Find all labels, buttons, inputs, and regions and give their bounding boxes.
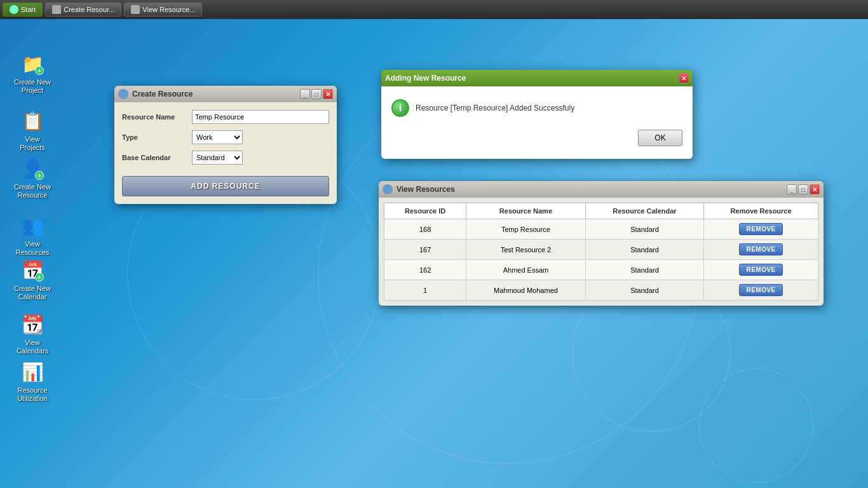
base-calendar-label: Base Calendar — [122, 154, 192, 161]
adding-resource-controls: ✕ — [679, 73, 689, 83]
cell-resource-name: Ahmed Essam — [466, 260, 586, 280]
dialog-message: Resource [Temp Resource] Added Successfu… — [416, 104, 574, 112]
cell-resource-calendar: Standard — [585, 280, 704, 301]
dialog-info-icon: i — [391, 99, 409, 117]
taskbar-view-resource-icon — [131, 5, 140, 14]
view-resources-maximize[interactable]: □ — [798, 184, 808, 194]
taskbar-create-resource-icon — [52, 5, 61, 14]
view-resources-body: Resource ID Resource Name Resource Calen… — [379, 198, 824, 306]
resource-name-row: Resource Name — [122, 110, 329, 124]
remove-button[interactable]: REMOVE — [739, 264, 782, 276]
table-row: 167 Test Resource 2 Standard REMOVE — [384, 240, 818, 260]
cell-resource-name: Mahmoud Mohamed — [466, 280, 586, 301]
cell-resource-id: 168 — [384, 219, 466, 240]
desktop-icon-resource-utilization[interactable]: 📊 ResourceUtilization — [10, 359, 55, 403]
col-resource-calendar: Resource Calendar — [585, 203, 704, 219]
type-select[interactable]: Work Material Cost — [192, 130, 243, 144]
adding-resource-titlebar: Adding New Resource ✕ — [381, 70, 693, 86]
cell-resource-calendar: Standard — [585, 260, 704, 280]
create-new-resource-label: Create NewResource — [13, 182, 52, 200]
base-calendar-row: Base Calendar Standard Night Shift 24 Ho… — [122, 151, 329, 165]
table-row: 162 Ahmed Essam Standard REMOVE — [384, 260, 818, 280]
cell-remove: REMOVE — [704, 240, 818, 260]
view-resources-close[interactable]: ✕ — [810, 184, 820, 194]
create-new-project-label: Create NewProject — [13, 78, 52, 95]
start-label: Start — [21, 6, 36, 13]
add-resource-button[interactable]: ADD RESOURCE — [122, 176, 329, 196]
create-resource-window: Create Resource _ □ ✕ Resource Name Type… — [114, 86, 337, 204]
create-new-project-icon: 📁 + — [20, 51, 45, 76]
start-icon — [10, 5, 18, 14]
taskbar-view-resource[interactable]: View Resource... — [124, 3, 202, 17]
create-resource-controls: _ □ ✕ — [300, 89, 333, 99]
cell-resource-calendar: Standard — [585, 219, 704, 240]
view-resources-window: View Resources _ □ ✕ Resource ID Resourc… — [379, 181, 824, 306]
desktop-icon-view-resources[interactable]: 👥 ViewResources — [10, 213, 55, 257]
cell-resource-calendar: Standard — [585, 240, 704, 260]
desktop-icon-view-projects[interactable]: 📋 View Projects — [10, 108, 55, 152]
view-resources-window-icon — [383, 184, 393, 194]
view-projects-icon: 📋 — [20, 108, 45, 133]
table-row: 1 Mahmoud Mohamed Standard REMOVE — [384, 280, 818, 301]
type-row: Type Work Material Cost — [122, 130, 329, 144]
remove-button[interactable]: REMOVE — [739, 223, 782, 235]
ok-button[interactable]: OK — [638, 130, 682, 146]
adding-new-resource-dialog: Adding New Resource ✕ i Resource [Temp R… — [381, 70, 693, 159]
cell-resource-id: 1 — [384, 280, 466, 301]
base-calendar-select[interactable]: Standard Night Shift 24 Hours — [192, 151, 243, 165]
create-resource-titlebar: Create Resource _ □ ✕ — [114, 86, 337, 102]
resource-utilization-label: ResourceUtilization — [16, 386, 49, 403]
cell-remove: REMOVE — [704, 219, 818, 240]
remove-button[interactable]: REMOVE — [739, 243, 782, 255]
adding-resource-body: i Resource [Temp Resource] Added Success… — [381, 86, 693, 159]
create-project-badge: + — [35, 66, 44, 75]
col-resource-id: Resource ID — [384, 203, 466, 219]
create-resource-badge: + — [35, 171, 44, 180]
type-label: Type — [122, 133, 192, 141]
col-remove-resource: Remove Resource — [704, 203, 818, 219]
bg-decoration-4 — [699, 369, 813, 483]
create-resource-close[interactable]: ✕ — [323, 89, 333, 99]
cell-resource-name: Test Resource 2 — [466, 240, 586, 260]
view-calendars-icon: 📆 — [20, 311, 45, 337]
adding-resource-close[interactable]: ✕ — [679, 73, 689, 83]
view-calendars-label: View Calendars — [10, 338, 55, 356]
create-calendar-badge: + — [35, 273, 44, 281]
resource-utilization-icon: 📊 — [20, 359, 45, 384]
resource-name-label: Resource Name — [122, 113, 192, 121]
create-new-resource-icon: 👤 + — [20, 156, 45, 181]
view-resources-label: ViewResources — [15, 240, 51, 257]
desktop: 📁 + Create NewProject 📋 View Projects 👤 … — [0, 19, 868, 488]
type-select-wrapper: Work Material Cost — [192, 130, 329, 144]
cell-resource-name: Temp Resource — [466, 219, 586, 240]
cell-remove: REMOVE — [704, 280, 818, 301]
create-resource-maximize[interactable]: □ — [311, 89, 322, 99]
taskbar-create-resource[interactable]: Create Resour... — [45, 3, 121, 17]
taskbar-create-resource-label: Create Resour... — [64, 6, 114, 13]
resources-table: Resource ID Resource Name Resource Calen… — [384, 203, 818, 301]
create-resource-window-icon — [118, 89, 128, 99]
taskbar: Start Create Resour... View Resource... — [0, 0, 868, 19]
desktop-icon-create-new-project[interactable]: 📁 + Create NewProject — [10, 51, 55, 95]
col-resource-name: Resource Name — [466, 203, 586, 219]
view-resources-title: View Resources — [397, 185, 787, 194]
view-resources-icon: 👥 — [20, 213, 45, 238]
remove-button[interactable]: REMOVE — [739, 284, 782, 296]
create-resource-minimize[interactable]: _ — [300, 89, 310, 99]
desktop-icon-create-new-calendar[interactable]: 📅 + Create NewCalendar — [10, 257, 55, 302]
desktop-icon-create-new-resource[interactable]: 👤 + Create NewResource — [10, 156, 55, 200]
adding-resource-title: Adding New Resource — [385, 74, 679, 83]
create-new-calendar-icon: 📅 + — [20, 257, 45, 283]
dialog-content: i Resource [Temp Resource] Added Success… — [391, 99, 682, 117]
view-resources-controls: _ □ ✕ — [787, 184, 820, 194]
cell-resource-id: 162 — [384, 260, 466, 280]
view-resources-minimize[interactable]: _ — [787, 184, 797, 194]
taskbar-view-resource-label: View Resource... — [142, 6, 195, 13]
view-resources-titlebar: View Resources _ □ ✕ — [379, 181, 824, 198]
resource-name-input[interactable] — [192, 110, 329, 124]
create-resource-body: Resource Name Type Work Material Cost Ba… — [114, 102, 337, 204]
desktop-icon-view-calendars[interactable]: 📆 View Calendars — [10, 311, 55, 356]
create-resource-title: Create Resource — [132, 90, 300, 98]
base-calendar-select-wrapper: Standard Night Shift 24 Hours — [192, 151, 329, 165]
start-button[interactable]: Start — [3, 3, 43, 17]
